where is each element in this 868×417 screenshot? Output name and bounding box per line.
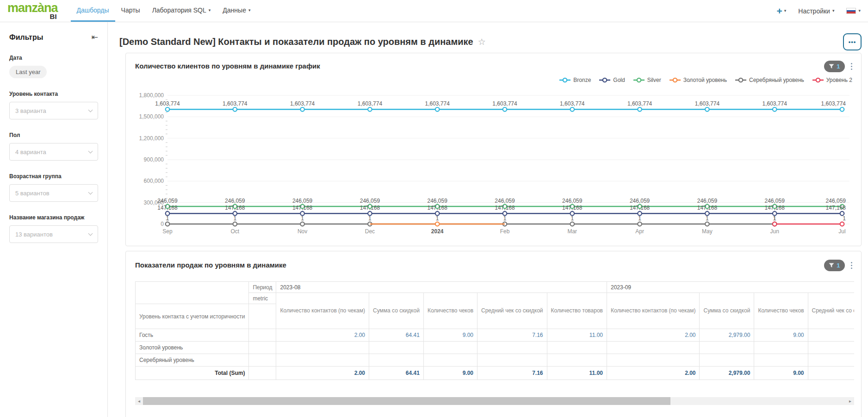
filter-select[interactable]: 5 вариантов (9, 184, 98, 202)
chart-filter-badge[interactable]: 1 (824, 61, 844, 72)
svg-text:Jun: Jun (770, 228, 779, 235)
svg-text:Nov: Nov (298, 228, 307, 235)
svg-text:147,168: 147,168 (630, 205, 650, 211)
chevron-down-icon: ▾ (858, 9, 861, 13)
table-kebab-menu-icon[interactable] (849, 261, 855, 271)
favorite-star-icon[interactable]: ☆ (478, 37, 486, 47)
table-cell: 2.00 (607, 367, 700, 380)
nav-tab[interactable]: Данные▾ (217, 0, 256, 22)
row-dimension-header: Уровень контакта с учетом историчности (136, 304, 249, 329)
svg-text:246,059: 246,059 (495, 198, 515, 204)
svg-text:1: 1 (233, 215, 236, 222)
add-button[interactable]: + ▾ (776, 6, 786, 16)
filter-count: 1 (837, 63, 840, 70)
table-cell (423, 354, 477, 367)
pivot-table: Период2023-082023-092023-102024-012024-0… (135, 281, 854, 380)
pivot-table-container: Период2023-082023-092023-102024-012024-0… (135, 281, 854, 380)
scroll-left-arrow[interactable]: ◂ (135, 397, 143, 405)
filters-sidebar: Фильтры ⇤ ДатаLast yearУровень контакта3… (0, 22, 108, 417)
language-selector[interactable]: ▾ (846, 8, 861, 14)
legend-label: Silver (647, 77, 661, 83)
filter-select[interactable]: 3 варианта (9, 102, 98, 119)
scrollbar-thumb[interactable] (143, 397, 670, 405)
svg-text:Jul: Jul (838, 228, 845, 235)
legend-marker-icon (633, 77, 645, 83)
filter-select-value: 3 варианта (15, 107, 46, 114)
period-header: 2023-09 (607, 282, 854, 293)
horizontal-scrollbar: ◂ ▸ (135, 397, 854, 405)
nav-tab[interactable]: Дашборды (71, 0, 115, 22)
svg-text:246,059: 246,059 (157, 198, 178, 204)
collapse-sidebar-icon[interactable]: ⇤ (92, 32, 98, 42)
filter-label: Дата (9, 55, 98, 61)
legend-item[interactable]: Bronze (559, 77, 591, 83)
table-card-title: Показатели продаж по уровням в динамике (135, 260, 286, 269)
svg-text:Sep: Sep (162, 228, 173, 235)
table-cell (700, 342, 754, 354)
chevron-down-icon (88, 149, 93, 153)
filter-select[interactable]: 4 варианта (9, 143, 98, 161)
legend-item[interactable]: Серебряный уровень (735, 77, 804, 83)
svg-text:900,000: 900,000 (144, 156, 164, 163)
table-cell: 2.00 (276, 329, 369, 342)
svg-text:147,168: 147,168 (826, 205, 846, 211)
filter-chip[interactable]: Last year (9, 66, 47, 78)
settings-menu[interactable]: Настройки ▾ (798, 7, 834, 15)
table-filter-badge[interactable]: 1 (824, 260, 844, 271)
dashboard-more-button[interactable]: ••• (843, 33, 862, 50)
brand-sub: BI (7, 13, 58, 20)
svg-text:246,059: 246,059 (697, 198, 718, 204)
svg-text:1: 1 (368, 215, 372, 222)
main-content: [Demo Standard New] Контакты и показател… (108, 22, 868, 417)
chart-kebab-menu-icon[interactable] (849, 62, 855, 72)
table-card: Показатели продаж по уровням в динамике … (125, 251, 862, 417)
metric-header: Средний чек со скидкой (808, 293, 854, 329)
metric-header: Количество товаров (547, 293, 607, 329)
svg-text:1,603,774: 1,603,774 (492, 100, 517, 107)
legend-item[interactable]: Silver (633, 77, 661, 83)
row-label: Серебряный уровень (136, 354, 249, 367)
svg-text:1,603,774: 1,603,774 (155, 100, 180, 107)
line-chart[interactable]: 0300,000600,000900,0001,200,0001,500,000… (135, 85, 854, 244)
svg-text:1,500,000: 1,500,000 (139, 113, 164, 120)
legend-item[interactable]: Уровень 2 (812, 77, 852, 83)
svg-text:1: 1 (773, 215, 776, 222)
svg-text:1,603,774: 1,603,774 (821, 100, 846, 107)
brand-logo[interactable]: manzàna BI (7, 0, 58, 22)
svg-text:1,603,774: 1,603,774 (290, 100, 315, 107)
filter-select[interactable]: 13 вариантов (9, 225, 98, 243)
top-navigation: manzàna BI ДашбордыЧартыЛаборатория SQL▾… (0, 0, 868, 22)
svg-text:1,800,000: 1,800,000 (139, 92, 164, 99)
svg-text:147,168: 147,168 (225, 205, 245, 211)
filter-label: Пол (9, 132, 98, 138)
row-label: Гость (136, 329, 249, 342)
scrollbar-track[interactable] (143, 397, 846, 405)
svg-text:1: 1 (166, 215, 169, 222)
table-cell: 2.00 (607, 329, 700, 342)
legend-label: Gold (613, 77, 625, 83)
svg-text:1: 1 (638, 215, 641, 222)
scroll-right-arrow[interactable]: ▸ (846, 397, 854, 405)
chevron-down-icon: ▾ (784, 9, 787, 13)
table-cell (249, 342, 276, 354)
svg-text:147,168: 147,168 (697, 205, 718, 211)
table-cell (249, 354, 276, 367)
chevron-down-icon: ▾ (248, 8, 251, 12)
table-cell: 2.00 (276, 367, 369, 380)
table-cell (547, 342, 607, 354)
filter-count: 1 (837, 262, 840, 269)
metric-header: Средний чек со скидкой (477, 293, 547, 329)
svg-text:1: 1 (706, 215, 709, 222)
nav-tab-label: Лаборатория SQL (152, 6, 206, 14)
nav-tab[interactable]: Лаборатория SQL▾ (146, 0, 217, 22)
legend-item[interactable]: Золотой уровень (669, 77, 727, 83)
legend-item[interactable]: Gold (599, 77, 625, 83)
table-row: Гость2.0064.419.007.1611.002.002,979.009… (136, 329, 855, 342)
nav-tab[interactable]: Чарты (115, 0, 146, 22)
svg-text:147,168: 147,168 (157, 205, 178, 211)
period-header: 2023-08 (276, 282, 607, 293)
svg-text:1: 1 (570, 215, 574, 222)
chart-card: Количество клиентов по уровням в динамик… (125, 53, 862, 246)
metric-label: metric (249, 293, 276, 304)
svg-text:2024: 2024 (431, 228, 444, 235)
